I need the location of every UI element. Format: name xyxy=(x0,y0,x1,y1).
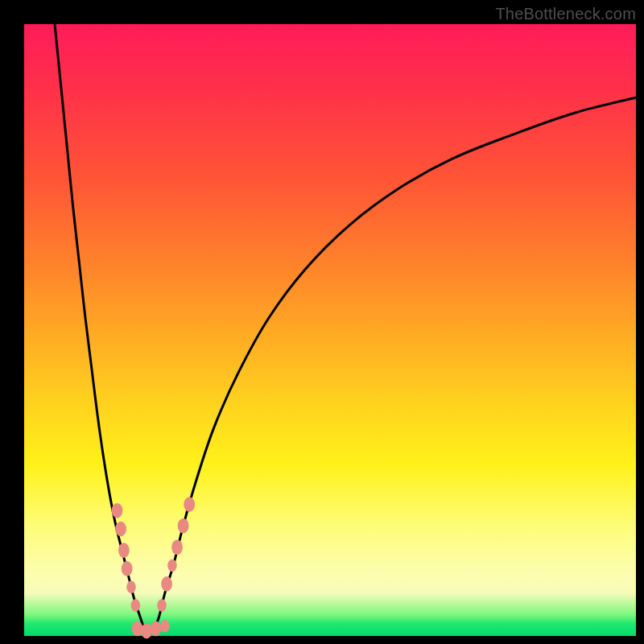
watermark-text: TheBottleneck.com xyxy=(495,5,636,23)
marker-right-cluster-0 xyxy=(157,599,167,612)
marker-left-cluster-1 xyxy=(115,522,126,537)
marker-right-cluster-2 xyxy=(167,559,177,572)
marker-left-cluster-3 xyxy=(122,561,133,576)
marker-left-cluster-5 xyxy=(131,599,141,612)
marker-bottom-cluster-1 xyxy=(141,624,152,639)
curve-left-branch xyxy=(55,24,145,633)
curve-group xyxy=(55,24,636,633)
marker-bottom-cluster-3 xyxy=(160,620,170,633)
marker-right-cluster-3 xyxy=(171,540,183,555)
marker-right-cluster-5 xyxy=(184,497,195,512)
marker-left-cluster-0 xyxy=(112,503,123,518)
marker-bottom-cluster-0 xyxy=(132,621,143,637)
marker-right-cluster-4 xyxy=(178,518,189,534)
marker-left-cluster-2 xyxy=(118,543,130,558)
marker-right-cluster-1 xyxy=(161,576,172,592)
curve-right-branch xyxy=(153,97,636,633)
chart-overlay xyxy=(24,24,636,636)
marker-left-cluster-4 xyxy=(126,580,136,593)
chart-frame: TheBottleneck.com xyxy=(0,0,644,644)
marker-group xyxy=(112,497,195,638)
marker-bottom-cluster-2 xyxy=(151,621,162,637)
